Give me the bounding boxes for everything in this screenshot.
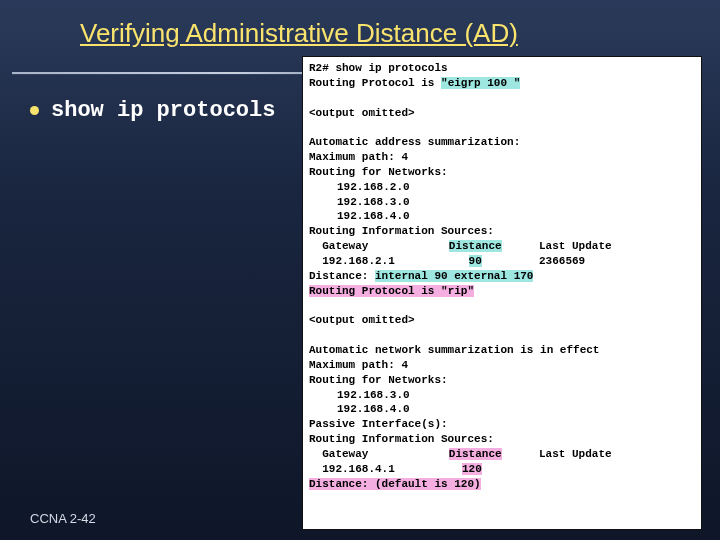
routing-for-2: Routing for Networks: [309,373,695,388]
hdr-gateway: Gateway [309,239,429,254]
row-b-gw: 192.168.4.1 [309,462,429,477]
blank [309,91,695,106]
row-a-last: 2366569 [539,254,639,269]
table-header-2: Gateway Distance Last Update [309,447,695,462]
net-b2: 192.168.4.0 [309,402,695,417]
net-a3: 192.168.4.0 [309,209,695,224]
omitted-1: <output omitted> [309,106,695,121]
blank [309,120,695,135]
hdr-gateway-2: Gateway [309,447,429,462]
distance-line: Distance: internal 90 external 170 [309,269,695,284]
dist-pre: Distance: [309,270,375,282]
row-a-dist: 90 [429,254,539,269]
slide: Verifying Administrative Distance (AD) s… [0,0,720,540]
ris-2: Routing Information Sources: [309,432,695,447]
routing-for-1: Routing for Networks: [309,165,695,180]
auto-net: Automatic network summarization is in ef… [309,343,695,358]
slide-title: Verifying Administrative Distance (AD) [80,18,680,49]
max-path-1: Maximum path: 4 [309,150,695,165]
hdr-lastupdate: Last Update [539,239,639,254]
terminal-output: R2# show ip protocols Routing Protocol i… [302,56,702,530]
net-a1: 192.168.2.0 [309,180,695,195]
row-b-last [539,462,639,477]
cmd-prompt: R2# show ip protocols [309,61,695,76]
bullet-item: show ip protocols [30,98,275,123]
proto-eigrp-pre: Routing Protocol is [309,77,441,89]
ris-1: Routing Information Sources: [309,224,695,239]
row-a-gw: 192.168.2.1 [309,254,429,269]
table-row-a: 192.168.2.1 90 2366569 [309,254,695,269]
net-b1: 192.168.3.0 [309,388,695,403]
table-header-1: Gateway Distance Last Update [309,239,695,254]
proto-eigrp-hl: "eigrp 100 " [441,77,520,89]
omitted-2: <output omitted> [309,313,695,328]
hdr-lastupdate-2: Last Update [539,447,639,462]
bullet-dot-icon [30,106,39,115]
net-a2: 192.168.3.0 [309,195,695,210]
hdr-distance: Distance [429,239,539,254]
blank [309,299,695,314]
dist-hl: internal 90 external 170 [375,270,533,282]
proto-rip-line: Routing Protocol is "rip" [309,284,695,299]
proto-rip-hl: "rip" [441,285,474,297]
passive-if: Passive Interface(s): [309,417,695,432]
proto-eigrp-line: Routing Protocol is "eigrp 100 " [309,76,695,91]
distance-default: Distance: (default is 120) [309,477,695,492]
max-path-2: Maximum path: 4 [309,358,695,373]
table-row-b: 192.168.4.1 120 [309,462,695,477]
proto-rip-pre: Routing Protocol is [309,285,441,297]
auto-addr: Automatic address summarization: [309,135,695,150]
blank [309,328,695,343]
hdr-distance-2: Distance [429,447,539,462]
row-b-dist: 120 [429,462,539,477]
dist-default-hl: Distance: (default is 120) [309,478,481,490]
bullet-text: show ip protocols [51,98,275,123]
footer-label: CCNA 2-42 [30,511,96,526]
